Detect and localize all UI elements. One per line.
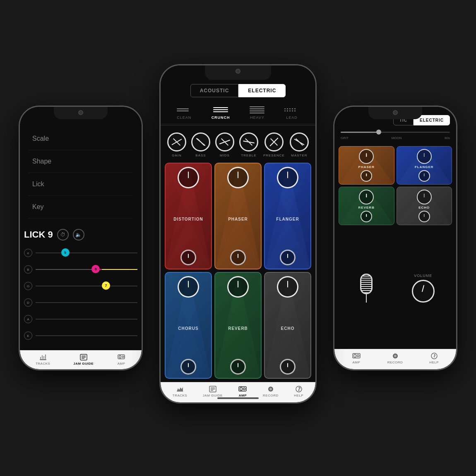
center-jamguide-label: JAM GUIDE: [203, 394, 223, 397]
channel-lead-icon: [284, 106, 299, 114]
right-fx-echo[interactable]: ECHO: [397, 187, 452, 225]
channel-crunch[interactable]: CRUNCH: [212, 106, 230, 120]
amp-acoustic-btn[interactable]: ACOUSTIC: [190, 84, 239, 97]
phaser-knob-small[interactable]: [230, 250, 246, 265]
distortion-knob-large[interactable]: [178, 167, 199, 188]
volume-label: VOLUME: [414, 274, 432, 278]
mic-head: [360, 274, 373, 294]
center-help-icon: [294, 386, 303, 392]
center-nav-record[interactable]: RECORD: [263, 386, 279, 397]
flanger-knob-large[interactable]: [277, 167, 298, 188]
nav-amp[interactable]: AMP: [117, 354, 126, 365]
amp-icon: [117, 354, 126, 361]
fx-chorus[interactable]: CHORUS: [165, 272, 212, 379]
right-help-icon: [430, 353, 439, 359]
right-reverb-knob[interactable]: [359, 190, 374, 204]
mic-stand: [366, 294, 367, 303]
center-jamguide-icon: [208, 386, 217, 392]
fx-flanger[interactable]: FLANGER: [264, 163, 311, 269]
knob-master[interactable]: [290, 132, 309, 151]
string-label-g: G: [24, 282, 32, 290]
menu-item-scale[interactable]: Scale: [28, 127, 133, 150]
channel-clean-icon: [177, 106, 192, 114]
string-line-b: 8: [36, 269, 137, 270]
amp-electric-btn[interactable]: ELECTRIC: [238, 84, 286, 97]
knob-gain[interactable]: [167, 132, 186, 151]
right-fx-flanger[interactable]: FLANGER: [397, 146, 452, 185]
knob-presence[interactable]: [264, 132, 284, 151]
fx-echo[interactable]: ECHO: [264, 272, 311, 379]
fx-grid: DISTORTION PHASER: [161, 159, 315, 382]
chorus-knob-large[interactable]: [178, 276, 199, 298]
right-echo-knob[interactable]: [417, 190, 432, 204]
right-amp-label: AMP: [352, 361, 360, 364]
channel-lead[interactable]: LEAD: [284, 106, 299, 120]
center-record-label: RECORD: [263, 394, 279, 397]
chorus-knob-small[interactable]: [180, 359, 196, 375]
menu-item-key[interactable]: Key: [28, 196, 133, 219]
right-notch: [368, 107, 422, 119]
right-phaser-knob[interactable]: [359, 149, 374, 164]
lick-timer-icon[interactable]: ⏱: [57, 229, 69, 240]
distortion-knob-small[interactable]: [180, 250, 196, 265]
channel-clean[interactable]: CLEAN: [177, 106, 192, 120]
svg-point-7: [122, 356, 124, 358]
echo-knob-small[interactable]: [280, 359, 296, 375]
knob-treble[interactable]: [239, 132, 258, 151]
reverb-knob-small[interactable]: [230, 359, 246, 375]
center-nav-help[interactable]: HELP: [294, 386, 303, 397]
phaser-knob-large[interactable]: [227, 167, 249, 188]
slider-label-80s: 80s: [445, 136, 450, 140]
center-notch: [205, 65, 271, 80]
channel-heavy[interactable]: HEAVY: [250, 106, 264, 120]
string-row-bigE: E: [24, 332, 137, 340]
lick-sound-icon[interactable]: 🔈: [73, 229, 84, 240]
slider-label-moon: MOON: [392, 136, 402, 140]
volume-knob[interactable]: [412, 280, 435, 303]
knob-presence-label: PRESENCE: [263, 154, 285, 157]
knob-bass[interactable]: [191, 132, 210, 151]
right-fx-phaser[interactable]: PHASER: [339, 146, 394, 185]
svg-point-36: [298, 390, 299, 391]
right-echo-small-knob[interactable]: [418, 211, 430, 222]
scene: Scale Shape Lick Key LICK 9 ⏱ 🔈 e 5: [10, 10, 466, 466]
knobs-section: GAIN BASS MIDS TREBLE: [161, 126, 315, 159]
string-note-e[interactable]: 5: [61, 248, 70, 257]
string-note-g[interactable]: 7: [102, 281, 110, 290]
lick-display: LICK 9 ⏱ 🔈: [20, 223, 142, 247]
knob-mids[interactable]: [215, 132, 234, 151]
right-fx-grid: PHASER FLANGER: [334, 144, 456, 227]
fx-phaser[interactable]: PHASER: [214, 163, 262, 269]
menu-item-lick[interactable]: Lick: [28, 173, 133, 196]
left-menu: Scale Shape Lick Key: [20, 107, 142, 223]
right-fx-reverb[interactable]: REVERB: [339, 187, 394, 225]
fx-reverb[interactable]: REVERB: [214, 272, 262, 379]
knob-gain-item: GAIN: [167, 132, 186, 157]
fx-distortion[interactable]: DISTORTION: [165, 163, 212, 269]
center-nav-amp[interactable]: AMP: [238, 386, 247, 397]
right-nav-record[interactable]: RECORD: [387, 353, 403, 364]
right-help-label: HELP: [429, 361, 439, 364]
center-nav-jamguide[interactable]: JAM GUIDE: [203, 386, 223, 397]
right-flanger-knob[interactable]: [417, 149, 432, 164]
string-line-a: [36, 319, 137, 320]
nav-jam-guide[interactable]: JAM GUIDE: [73, 354, 94, 365]
center-nav-tracks[interactable]: TRACKS: [173, 386, 187, 397]
string-note-b[interactable]: 8: [91, 265, 100, 273]
right-slider-1[interactable]: [341, 132, 450, 133]
svg-rect-31: [240, 387, 242, 390]
channel-crunch-icon: [213, 106, 228, 114]
right-nav-help[interactable]: HELP: [429, 353, 439, 364]
reverb-knob-large[interactable]: [227, 276, 249, 298]
right-bottom-section: VOLUME: [334, 227, 456, 349]
nav-tracks[interactable]: TRACKS: [36, 354, 50, 365]
echo-knob-large[interactable]: [277, 276, 298, 298]
svg-point-49: [394, 355, 397, 357]
knob-gain-label: GAIN: [172, 154, 182, 157]
right-flanger-small-knob[interactable]: [418, 170, 430, 182]
right-nav-amp[interactable]: AMP: [352, 353, 361, 364]
menu-item-shape[interactable]: Shape: [28, 150, 133, 173]
knob-master-label: MASTER: [291, 154, 307, 157]
flanger-knob-small[interactable]: [280, 250, 296, 265]
string-label-bigE: E: [24, 332, 32, 340]
